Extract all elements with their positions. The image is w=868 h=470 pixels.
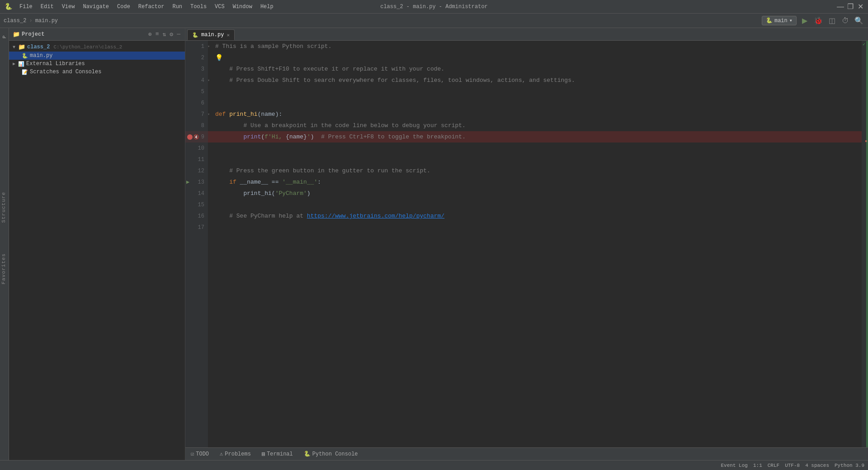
coverage-button[interactable]: ◫	[826, 15, 837, 26]
menu-vcs[interactable]: VCS	[211, 3, 228, 11]
root-label: class_2	[27, 44, 50, 50]
file-ok-indicator	[866, 41, 868, 447]
tree-item-scratches[interactable]: 📝 Scratches and Consoles	[9, 68, 185, 76]
comment-16-pre: # See PyCharm help at	[215, 213, 307, 219]
todo-label: TODO	[196, 451, 209, 457]
line-14: 14	[185, 188, 208, 199]
structure-label[interactable]: Structure	[0, 190, 7, 224]
code-line-7: def print_hi(name):	[208, 109, 862, 120]
tree-item-mainpy[interactable]: 🐍 main.py	[9, 52, 185, 60]
line-16: 16	[185, 210, 208, 222]
breadcrumb-mainpy[interactable]: main.py	[35, 18, 58, 24]
menu-edit[interactable]: Edit	[37, 3, 57, 11]
breadcrumb-sep: ›	[29, 18, 32, 24]
tree-item-external-libs[interactable]: ▶ 📊 External Libraries	[9, 60, 185, 68]
toolbar-right: 🐍 main ▾ ▶ 🐞 ◫ ⏱ 🔍	[762, 15, 864, 26]
tab-todo[interactable]: ☑ TODO	[189, 451, 211, 457]
code-line-13: if __name__ == '__main__':	[208, 176, 862, 188]
minimize-button[interactable]: —	[837, 4, 844, 10]
link-16[interactable]: https://www.jetbrains.com/help/pycharm/	[307, 213, 444, 219]
code-content[interactable]: # This is a sample Python script. 💡 # Pr…	[208, 41, 862, 447]
tab-problems[interactable]: ⚠ Problems	[218, 451, 253, 457]
lightbulb-hint[interactable]: 💡	[215, 54, 223, 62]
cursor-position-status[interactable]: 1:1	[753, 463, 762, 468]
code-line-16: # See PyCharm help at https://www.jetbra…	[208, 210, 862, 222]
run-button[interactable]: ▶	[799, 15, 810, 26]
breakpoint-indicator	[187, 134, 193, 140]
breadcrumb-class2[interactable]: class_2	[4, 18, 26, 24]
line-ending-status[interactable]: CRLF	[768, 463, 779, 468]
project-header: 📁 Project ⊕ ≡ ⇅ ⚙ —	[9, 28, 185, 41]
menu-refactor[interactable]: Refactor	[135, 3, 168, 11]
menu-tools[interactable]: Tools	[187, 3, 210, 11]
python-version-status[interactable]: Python 3.9	[835, 463, 864, 468]
window-title: class_2 - main.py - Administrator	[380, 4, 488, 10]
var-name: name	[289, 133, 303, 140]
folder-icon: 📁	[13, 31, 20, 38]
comment-3: # Press Shift+F10 to execute it or repla…	[215, 66, 444, 72]
tree-item-root[interactable]: ▼ 📁 class_2 C:\python_learn\class_2	[9, 43, 185, 52]
run-config-selector[interactable]: 🐍 main ▾	[762, 16, 797, 25]
root-folder-icon: 📁	[18, 43, 25, 51]
param-name: name	[261, 111, 275, 118]
status-bar: Event Log 1:1 CRLF UTF-8 4 spaces Python…	[0, 460, 868, 470]
paren9: (	[261, 133, 264, 140]
debug-button[interactable]: 🐞	[813, 15, 824, 26]
editor-tabs: 🐍 main.py ✕	[185, 28, 868, 41]
project-settings-icon[interactable]: ⚙	[169, 30, 174, 39]
tab-terminal[interactable]: ▤ Terminal	[260, 451, 295, 457]
menu-code[interactable]: Code	[113, 3, 134, 11]
comment-9: # Press Ctrl+F8 to toggle the breakpoint…	[321, 133, 466, 140]
line-6: 6	[185, 97, 208, 109]
menu-window[interactable]: Window	[229, 3, 256, 11]
paren-open: (	[258, 111, 261, 118]
run-config-chevron: ▾	[789, 17, 793, 24]
code-editor[interactable]: ▾1 2 3 ▾4 5 6 ▾7 8 🔇 9 10 11 12	[185, 41, 868, 447]
favorites-label[interactable]: Favorites	[0, 252, 7, 286]
line-11: 11	[185, 154, 208, 165]
tab-python-console[interactable]: 🐍 Python Console	[302, 451, 360, 457]
project-strip-icon[interactable]: P	[1, 33, 8, 41]
tab-mainpy[interactable]: 🐍 main.py ✕	[187, 29, 235, 40]
ext-libs-chevron: ▶	[13, 61, 15, 66]
indent-status[interactable]: 4 spaces	[805, 463, 829, 468]
search-everywhere-button[interactable]: 🔍	[854, 15, 864, 26]
project-sort-icon[interactable]: ⇅	[162, 30, 167, 39]
project-minimize-icon[interactable]: —	[176, 30, 181, 38]
keyword-if: if	[215, 179, 240, 185]
close-14: )	[307, 190, 311, 197]
content-area: P Structure Favorites 📁 Project ⊕ ≡ ⇅ ⚙ …	[0, 28, 868, 460]
line-10: 10	[185, 142, 208, 154]
close-paren9: )	[311, 133, 321, 140]
todo-icon: ☑	[191, 451, 194, 457]
bottom-bar: ☑ TODO ⚠ Problems ▤ Terminal 🐍 Python Co…	[185, 447, 868, 460]
profile-button[interactable]: ⏱	[840, 15, 851, 26]
code-line-1: # This is a sample Python script.	[208, 41, 862, 52]
menu-view[interactable]: View	[58, 3, 79, 11]
mute-icon: 🔇	[193, 134, 199, 140]
fstring-9: f'Hi,	[264, 133, 286, 140]
menu-bar: File Edit View Navigate Code Refactor Ru…	[16, 3, 277, 11]
code-line-10	[208, 142, 862, 154]
tab-label: main.py	[201, 32, 224, 38]
python-file-icon: 🐍	[22, 53, 28, 59]
menu-file[interactable]: File	[16, 3, 36, 11]
maximize-button[interactable]: ❐	[847, 4, 854, 10]
line-5: 5	[185, 86, 208, 97]
tab-close-button[interactable]: ✕	[226, 32, 230, 38]
comment-1: # This is a sample Python script.	[215, 43, 331, 50]
project-list-icon[interactable]: ≡	[155, 30, 160, 38]
encoding-status[interactable]: UTF-8	[785, 463, 800, 468]
menu-run[interactable]: Run	[169, 3, 186, 11]
code-line-2: 💡	[208, 52, 862, 63]
project-sync-icon[interactable]: ⊕	[147, 30, 153, 39]
close-button[interactable]: ✕	[857, 4, 863, 10]
menu-navigate[interactable]: Navigate	[79, 3, 113, 11]
menu-help[interactable]: Help	[257, 3, 277, 11]
colon-13: :	[317, 179, 321, 185]
project-title: Project	[22, 31, 146, 38]
editor-area: 🐍 main.py ✕ ▾1 2 3 ▾4 5 6 ▾7 8	[185, 28, 868, 460]
no-errors-icon: ✓	[863, 42, 866, 45]
event-log-status[interactable]: Event Log	[721, 463, 748, 468]
code-line-5	[208, 86, 862, 97]
